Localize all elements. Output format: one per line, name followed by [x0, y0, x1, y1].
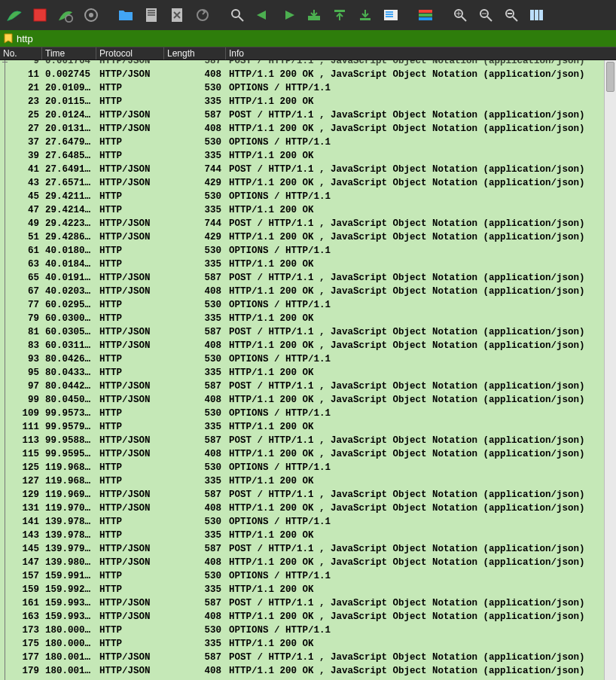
vertical-scrollbar[interactable] — [604, 60, 616, 680]
restart-capture-button[interactable] — [54, 4, 77, 26]
packet-row[interactable]: 4127.6491…HTTP/JSON744POST / HTTP/1.1 , … — [0, 163, 616, 176]
packet-list[interactable]: 90.001764HTTP/JSON587POST / HTTP/1.1 , J… — [0, 60, 616, 678]
cell-time: 139.979… — [42, 542, 96, 556]
packet-row[interactable]: 9580.0433…HTTP335HTTP/1.1 200 OK — [0, 366, 616, 380]
display-filter-input[interactable] — [17, 33, 613, 44]
cell-length: 335 — [164, 203, 226, 217]
col-header-no[interactable]: No. — [0, 47, 42, 59]
packet-row[interactable]: 3727.6479…HTTP530OPTIONS / HTTP/1.1 — [0, 136, 616, 149]
packet-row[interactable]: 8160.0305…HTTP/JSON587POST / HTTP/1.1 , … — [0, 325, 616, 339]
cell-length: 408 — [164, 393, 226, 407]
col-header-length[interactable]: Length — [164, 47, 226, 59]
goto-first-button[interactable] — [328, 4, 351, 26]
zoom-in-button[interactable] — [449, 4, 471, 26]
go-back-button[interactable] — [252, 4, 274, 26]
colorize-button[interactable] — [414, 4, 437, 26]
goto-packet-button[interactable] — [303, 4, 325, 26]
start-capture-button[interactable] — [3, 4, 26, 26]
cell-protocol: HTTP — [96, 95, 164, 108]
stop-capture-button[interactable] — [29, 4, 51, 26]
goto-last-button[interactable] — [354, 4, 377, 26]
packet-row[interactable]: 110.002745HTTP/JSON408HTTP/1.1 200 OK , … — [0, 68, 616, 81]
packet-row[interactable]: 129119.969…HTTP/JSON587POST / HTTP/1.1 ,… — [0, 488, 616, 502]
col-header-time[interactable]: Time — [42, 47, 96, 59]
packet-row[interactable]: 4327.6571…HTTP/JSON429HTTP/1.1 200 OK , … — [0, 176, 616, 190]
packet-row[interactable]: 147139.980…HTTP/JSON408HTTP/1.1 200 OK ,… — [0, 556, 616, 569]
cell-info: HTTP/1.1 200 OK , JavaScript Object Nota… — [226, 339, 616, 352]
packet-row[interactable]: 4529.4211…HTTP530OPTIONS / HTTP/1.1 — [0, 190, 616, 203]
packet-row[interactable]: 157159.991…HTTP530OPTIONS / HTTP/1.1 — [0, 569, 616, 583]
svg-rect-18 — [386, 16, 393, 17]
packet-row[interactable]: 2320.0115…HTTP335HTTP/1.1 200 OK — [0, 95, 616, 108]
packet-row[interactable]: 3927.6485…HTTP335HTTP/1.1 200 OK — [0, 149, 616, 163]
cell-time: 40.0203… — [42, 285, 96, 298]
zoom-reset-button[interactable] — [474, 4, 497, 26]
cell-length: 335 — [164, 529, 226, 542]
autoscroll-button[interactable] — [380, 4, 402, 26]
cell-protocol: HTTP/JSON — [96, 393, 164, 407]
packet-row[interactable]: 9980.0450…HTTP/JSON408HTTP/1.1 200 OK , … — [0, 393, 616, 407]
tree-gutter — [5, 60, 5, 680]
close-file-button[interactable] — [166, 4, 188, 26]
packet-row[interactable]: 145139.979…HTTP/JSON587POST / HTTP/1.1 ,… — [0, 542, 616, 556]
packet-row[interactable]: 131119.970…HTTP/JSON408HTTP/1.1 200 OK ,… — [0, 502, 616, 515]
packet-row[interactable]: 7960.0300…HTTP335HTTP/1.1 200 OK — [0, 312, 616, 325]
packet-row[interactable]: 4729.4214…HTTP335HTTP/1.1 200 OK — [0, 203, 616, 217]
find-packet-button[interactable] — [226, 4, 249, 26]
packet-row[interactable]: 4929.4223…HTTP/JSON744POST / HTTP/1.1 , … — [0, 217, 616, 230]
packet-row[interactable]: 175180.000…HTTP335HTTP/1.1 200 OK — [0, 637, 616, 651]
cell-protocol: HTTP — [96, 474, 164, 488]
packet-row[interactable]: 10999.9573…HTTP530OPTIONS / HTTP/1.1 — [0, 407, 616, 420]
reload-file-button[interactable] — [191, 4, 214, 26]
packet-row[interactable]: 159159.992…HTTP335HTTP/1.1 200 OK — [0, 583, 616, 596]
packet-row[interactable]: 11599.9595…HTTP/JSON408HTTP/1.1 200 OK ,… — [0, 447, 616, 461]
packet-row[interactable]: 5129.4286…HTTP/JSON429HTTP/1.1 200 OK , … — [0, 230, 616, 244]
cell-info: HTTP/1.1 200 OK , JavaScript Object Nota… — [226, 610, 616, 624]
packet-row[interactable]: 6340.0184…HTTP335HTTP/1.1 200 OK — [0, 258, 616, 271]
cell-time: 180.001… — [42, 651, 96, 664]
cell-info: POST / HTTP/1.1 , JavaScript Object Nota… — [226, 271, 616, 285]
col-header-info[interactable]: Info — [226, 47, 616, 59]
cell-time: 99.9595… — [42, 447, 96, 461]
cell-protocol: HTTP — [96, 407, 164, 420]
packet-row[interactable]: 9780.0442…HTTP/JSON587POST / HTTP/1.1 , … — [0, 380, 616, 393]
cell-no: 81 — [0, 325, 42, 339]
cell-info: HTTP/1.1 200 OK , JavaScript Object Nota… — [226, 122, 616, 136]
capture-options-button[interactable] — [80, 4, 102, 26]
packet-row[interactable]: 173180.000…HTTP530OPTIONS / HTTP/1.1 — [0, 624, 616, 637]
packet-row[interactable]: 6540.0191…HTTP/JSON587POST / HTTP/1.1 , … — [0, 271, 616, 285]
open-file-button[interactable] — [114, 4, 137, 26]
packet-row[interactable]: 2120.0109…HTTP530OPTIONS / HTTP/1.1 — [0, 81, 616, 95]
packet-row[interactable]: 8360.0311…HTTP/JSON408HTTP/1.1 200 OK , … — [0, 339, 616, 352]
packet-row[interactable]: 125119.968…HTTP530OPTIONS / HTTP/1.1 — [0, 461, 616, 474]
cell-time: 27.6491… — [42, 163, 96, 176]
packet-row[interactable]: 2720.0131…HTTP/JSON408HTTP/1.1 200 OK , … — [0, 122, 616, 136]
cell-info: HTTP/1.1 200 OK — [226, 149, 616, 163]
packet-row[interactable]: 6740.0203…HTTP/JSON408HTTP/1.1 200 OK , … — [0, 285, 616, 298]
packet-row[interactable]: 163159.993…HTTP/JSON408HTTP/1.1 200 OK ,… — [0, 610, 616, 624]
save-file-button[interactable] — [140, 4, 163, 26]
packet-row[interactable]: 161159.993…HTTP/JSON587POST / HTTP/1.1 ,… — [0, 596, 616, 610]
packet-row[interactable]: 11399.9588…HTTP/JSON587POST / HTTP/1.1 ,… — [0, 434, 616, 447]
cell-info: HTTP/1.1 200 OK , JavaScript Object Nota… — [226, 285, 616, 298]
resize-columns-button[interactable] — [526, 4, 548, 26]
packet-row[interactable]: 179180.001…HTTP/JSON408HTTP/1.1 200 OK ,… — [0, 664, 616, 678]
packet-row[interactable]: 9380.0426…HTTP530OPTIONS / HTTP/1.1 — [0, 352, 616, 366]
packet-row[interactable]: 11199.9579…HTTP335HTTP/1.1 200 OK — [0, 420, 616, 434]
svg-line-27 — [487, 17, 492, 21]
svg-rect-33 — [535, 10, 538, 20]
svg-rect-13 — [334, 10, 345, 12]
go-forward-button[interactable] — [277, 4, 300, 26]
packet-row[interactable]: 6140.0180…HTTP530OPTIONS / HTTP/1.1 — [0, 244, 616, 258]
cell-info: HTTP/1.1 200 OK — [226, 529, 616, 542]
packet-row[interactable]: 143139.978…HTTP335HTTP/1.1 200 OK — [0, 529, 616, 542]
packet-row[interactable]: 90.001764HTTP/JSON587POST / HTTP/1.1 , J… — [0, 60, 616, 68]
scrollbar-thumb[interactable] — [606, 62, 614, 92]
col-header-protocol[interactable]: Protocol — [96, 47, 164, 59]
packet-row[interactable]: 141139.978…HTTP530OPTIONS / HTTP/1.1 — [0, 515, 616, 529]
packet-row[interactable]: 127119.968…HTTP335HTTP/1.1 200 OK — [0, 474, 616, 488]
zoom-out-button[interactable] — [500, 4, 523, 26]
packet-row[interactable]: 7760.0295…HTTP530OPTIONS / HTTP/1.1 — [0, 298, 616, 312]
packet-row[interactable]: 177180.001…HTTP/JSON587POST / HTTP/1.1 ,… — [0, 651, 616, 664]
packet-row[interactable]: 2520.0124…HTTP/JSON587POST / HTTP/1.1 , … — [0, 108, 616, 122]
